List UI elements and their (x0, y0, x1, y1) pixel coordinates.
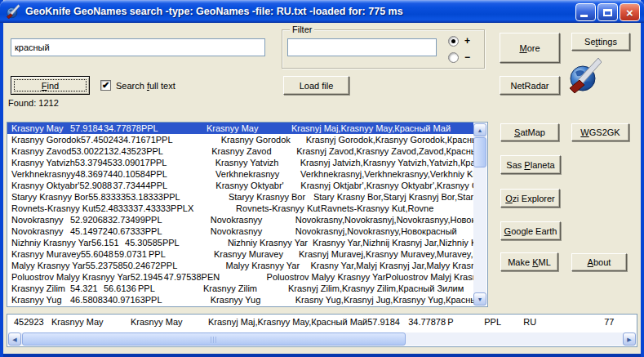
titlebar[interactable]: GeoKnife GeoNames search -type: GeoNames… (0, 0, 644, 23)
list-cell: Staryy Krasnyy Bor (11, 191, 88, 203)
label-part: tings (598, 37, 617, 47)
list-cell: PPL (145, 225, 211, 237)
list-item[interactable]: Krasnyy Zavod53.0022132.43523PPLKrasnyy … (7, 145, 473, 157)
checkbox-label: Search full text (116, 81, 175, 91)
label-part: Make (508, 257, 532, 267)
list-cell: Krasnyy Yar,Nizhnij Krasnyj Jar,Nizhniy … (313, 237, 473, 248)
list-cell: Krasnyy May (11, 123, 70, 134)
label-part: Search (116, 81, 147, 91)
vertical-scrollbar[interactable]: ▲ ▼ (473, 123, 486, 306)
scroll-up-button[interactable]: ▲ (473, 123, 486, 136)
list-cell: Stary Krasny Bor,Staryj Krasnyj Bor,Star… (313, 191, 473, 203)
list-cell: 34.77878 (104, 123, 141, 134)
ozi-explorer-button[interactable]: Ozi Explorer (500, 189, 560, 208)
list-item[interactable]: Staryy Krasnyy Bor55.8333353.18333PPLSta… (7, 191, 473, 203)
netradar-button[interactable]: NetRadar (500, 76, 560, 95)
filter-groupbox: Filter + − (282, 29, 485, 69)
list-item[interactable]: Poluostrov Malyy Krasnyy Yar52.194547.97… (7, 271, 473, 283)
list-cell: Novokrasnyy (211, 225, 295, 237)
list-cell: Poluostrov Malyy Krasnyy Yar (11, 271, 131, 283)
detail-panel[interactable]: 452923Krasnyy MayKrasnyy MayKrasnyj Maj,… (7, 314, 637, 347)
search-input[interactable] (11, 38, 265, 56)
horizontal-scrollbar[interactable]: ◀ ▶ (8, 332, 636, 346)
filter-minus-radio[interactable]: − (448, 52, 470, 63)
results-rows: Krasnyy May57.918434.77878PPLKrasnyy May… (7, 123, 473, 306)
list-cell: Krasnyy Zavod (11, 145, 71, 157)
list-item[interactable]: Krasnyy May57.918434.77878PPLKrasnyy May… (7, 123, 473, 134)
list-cell: PPL (156, 134, 221, 145)
label-key: O (505, 194, 513, 203)
list-cell: 56.6136 (104, 283, 138, 294)
checkbox-checked-icon: ✔ (100, 80, 111, 91)
scroll-left-button[interactable]: ◀ (8, 332, 21, 346)
google-earth-button[interactable]: Google Earth (500, 221, 561, 240)
scroll-up-icon: ▲ (477, 127, 483, 133)
label-part: ull text (149, 81, 175, 91)
list-cell: Krasnyy Zavod (211, 145, 296, 157)
list-cell: Poluostrov Malyj Krasnyj Ar,П (385, 271, 473, 283)
list-cell: Novokrasnyy (11, 214, 70, 225)
close-button[interactable]: × (620, 3, 640, 21)
filter-input[interactable] (287, 38, 437, 56)
list-cell: 33.09017 (113, 157, 150, 168)
results-list[interactable]: Krasnyy May57.918434.77878PPLKrasnyy May… (7, 122, 488, 307)
scroll-down-button[interactable]: ▼ (473, 292, 486, 306)
more-button[interactable]: More (500, 33, 560, 63)
list-cell: 37.43333 (133, 203, 171, 214)
list-cell: PPLX (171, 203, 236, 214)
satmap-button[interactable]: SatMap (500, 123, 559, 141)
button-label: Ozi Explorer (505, 194, 555, 203)
maximize-button[interactable] (597, 3, 618, 21)
minimize-button[interactable] (575, 3, 596, 21)
search-full-text-checkbox[interactable]: ✔ Search full text (100, 80, 175, 91)
label-part: GS2GK (589, 127, 620, 137)
label-part: NetRadar (510, 81, 549, 91)
load-file-button[interactable]: Load file (283, 76, 349, 95)
horizontal-scrollbar-thumb[interactable] (22, 332, 406, 346)
detail-cell: PPL (484, 316, 523, 328)
list-cell: PPL (150, 180, 215, 191)
button-label: About (588, 257, 611, 267)
list-cell: 52.92068 (70, 214, 108, 225)
list-cell: 59.0731 (114, 248, 149, 260)
vertical-scrollbar-thumb[interactable] (473, 137, 486, 167)
label-key: F (42, 81, 47, 91)
list-cell: 57.45024 (81, 134, 118, 145)
list-item[interactable]: Krasnyy Yatvizh53.3794533.09017PPLKrasny… (7, 157, 473, 168)
filter-plus-label: + (464, 37, 470, 46)
make-kml-button[interactable]: Make KML (500, 252, 558, 271)
list-cell: Malyy Krasnyy Yar (11, 260, 86, 271)
list-cell: Krasnyy Yatvizh (11, 157, 75, 168)
list-cell: Verkhnekrasnyy (11, 168, 75, 180)
wgs2gk-button[interactable]: WGS2GK (571, 123, 629, 141)
list-item[interactable]: Malyy Krasnyy Yar55.2375850.24672PPLMaly… (7, 260, 473, 271)
sas-planeta-button[interactable]: Sas Planeta (500, 155, 561, 174)
list-item[interactable]: Krasnyy Yug46.5808340.97163PPLKrasnyy Yu… (7, 294, 473, 306)
list-cell: Nizhniy Krasnyy Yar (228, 237, 313, 248)
about-button[interactable]: About (571, 253, 627, 271)
check-icon: ✔ (102, 81, 109, 90)
list-cell: PPL (149, 248, 214, 260)
list-item[interactable]: Krasnyy Gorodok57.4502434.71671PPLKrasny… (7, 134, 473, 145)
list-item[interactable]: Rovnets-Krasnyy Kut52.4833337.43333PPLXR… (7, 203, 473, 214)
list-cell: Malyy Krasnyy Yar (225, 260, 310, 271)
label-key: P (524, 160, 530, 170)
list-item[interactable]: Nizhniy Krasnyy Yar56.15145.30585PPLNizh… (7, 237, 473, 248)
list-cell: PPL (146, 145, 211, 157)
list-item[interactable]: Novokrasnyy52.9206832.73499PPLNovokrasny… (7, 214, 473, 225)
list-cell: 48.36974 (75, 168, 113, 180)
list-item[interactable]: Krasnyy Muravey55.604859.0731PPLKrasnyy … (7, 248, 473, 260)
found-count-label: Found: 1212 (8, 98, 59, 108)
list-item[interactable]: Verkhnekrasnyy48.3697440.10584PPLVerkhne… (7, 168, 473, 180)
detail-cell: RU (523, 316, 604, 328)
label-part: zi Explorer (513, 194, 555, 203)
find-button[interactable]: Find (11, 76, 90, 95)
scroll-right-button[interactable]: ▶ (623, 332, 636, 346)
filter-plus-radio[interactable]: + (448, 36, 470, 47)
list-cell: Novokrasnyj,Novokrasnyy,Новокрасный (295, 225, 457, 237)
list-item[interactable]: Krasnyy Zilim54.32156.6136PPLKrasnyy Zil… (7, 283, 473, 294)
settings-button[interactable]: Settings (571, 33, 630, 51)
detail-row[interactable]: 452923Krasnyy MayKrasnyy MayKrasnyj Maj,… (7, 316, 637, 328)
list-item[interactable]: Novokrasnyy45.1497240.67333PPLNovokrasny… (7, 225, 473, 237)
list-item[interactable]: Krasnyy Oktyabr'52.908837.73444PPLKrasny… (7, 180, 473, 191)
